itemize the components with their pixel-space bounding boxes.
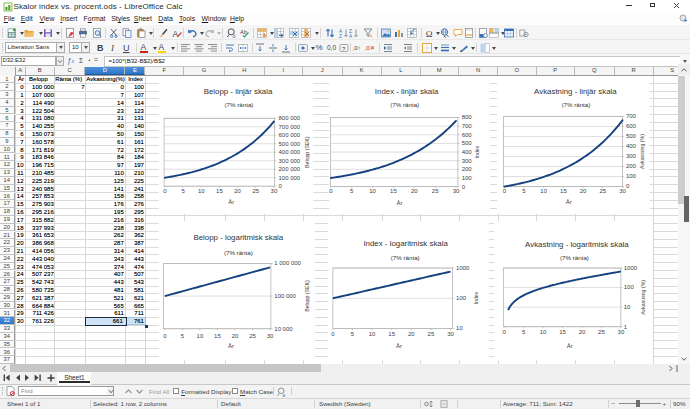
svg-text:700: 700	[626, 113, 637, 119]
svg-text:10: 10	[369, 188, 376, 194]
svg-text:År: År	[228, 343, 234, 349]
svg-text:600: 600	[626, 123, 637, 129]
svg-text:800 000: 800 000	[278, 115, 300, 121]
svg-text:Ω: Ω	[425, 29, 432, 38]
svg-text:400 000: 400 000	[278, 149, 300, 155]
svg-text:500: 500	[626, 133, 637, 139]
svg-text:År: År	[567, 343, 573, 349]
svg-text:100: 100	[626, 173, 637, 179]
svg-text:A: A	[349, 33, 353, 38]
svg-text:15: 15	[214, 333, 221, 339]
svg-text:15: 15	[389, 331, 396, 337]
svg-text:Avkastning (%): Avkastning (%)	[640, 280, 646, 315]
svg-text:(7% ränta): (7% ränta)	[224, 249, 253, 256]
svg-text:1000: 1000	[456, 265, 470, 271]
svg-text:Belopp - logaritmisk skala: Belopp - logaritmisk skala	[193, 233, 283, 242]
svg-text:20: 20	[578, 329, 585, 335]
svg-text:Avkastning - logaritmisk skala: Avkastning - logaritmisk skala	[525, 240, 629, 249]
svg-text:100: 100	[461, 175, 472, 181]
svg-text:25: 25	[598, 329, 605, 335]
svg-text:(7% ränta): (7% ränta)	[224, 101, 253, 108]
svg-text:30: 30	[448, 331, 455, 337]
svg-text:300 000: 300 000	[278, 158, 300, 164]
svg-text:25: 25	[431, 188, 438, 194]
svg-text:1 000 000: 1 000 000	[274, 260, 301, 266]
svg-text:20: 20	[580, 188, 587, 194]
svg-text:200: 200	[461, 166, 472, 172]
svg-text:a: a	[283, 392, 286, 397]
svg-text:Belopp - linjär skala: Belopp - linjär skala	[203, 87, 272, 96]
svg-text:10: 10	[369, 331, 376, 337]
svg-text:Belopp (SEK): Belopp (SEK)	[303, 136, 309, 168]
svg-text:År: År	[396, 200, 402, 206]
svg-text:30: 30	[617, 329, 624, 335]
svg-text:År: År	[566, 199, 572, 205]
svg-text:År: År	[228, 199, 234, 205]
svg-text:10 000: 10 000	[274, 326, 293, 332]
svg-text:Index - linjär skala: Index - linjär skala	[374, 87, 438, 96]
svg-text:10: 10	[624, 304, 631, 310]
svg-text:20: 20	[410, 188, 417, 194]
svg-text:Index: Index	[473, 291, 479, 304]
svg-text:400: 400	[626, 143, 637, 149]
svg-text:500 000: 500 000	[278, 141, 300, 147]
svg-text:100: 100	[624, 285, 635, 291]
svg-text:20: 20	[234, 188, 241, 194]
svg-text:30: 30	[266, 333, 273, 339]
svg-text:600: 600	[461, 132, 472, 138]
svg-text:600 000: 600 000	[278, 132, 300, 138]
svg-text:1000: 1000	[624, 265, 638, 271]
svg-text:(7% ränta): (7% ränta)	[560, 254, 589, 261]
svg-text:30: 30	[452, 188, 459, 194]
svg-text:10: 10	[540, 188, 547, 194]
svg-text:20: 20	[231, 333, 238, 339]
svg-text:Belopp (SEK): Belopp (SEK)	[303, 280, 309, 312]
svg-text:Index: Index	[474, 145, 480, 158]
svg-text:(7% ränta): (7% ränta)	[390, 101, 419, 108]
svg-text:?: ?	[342, 45, 346, 51]
svg-text:200: 200	[626, 163, 637, 169]
svg-text:10: 10	[540, 329, 547, 335]
svg-text:Ab: Ab	[240, 28, 247, 34]
svg-text:20: 20	[408, 331, 415, 337]
svg-text:15: 15	[216, 188, 223, 194]
svg-text:Avkastning (%): Avkastning (%)	[638, 134, 644, 169]
svg-text:25: 25	[249, 333, 256, 339]
svg-text:10: 10	[198, 188, 205, 194]
svg-text:100: 100	[456, 295, 467, 301]
svg-text:Avkastning - linjär skala: Avkastning - linjär skala	[534, 87, 617, 96]
svg-text:15: 15	[560, 188, 567, 194]
svg-text:(7% ränta): (7% ränta)	[391, 254, 420, 261]
svg-text:10: 10	[196, 333, 203, 339]
svg-text:Z: Z	[339, 33, 342, 38]
svg-text:700: 700	[461, 123, 472, 129]
svg-text:10: 10	[456, 325, 463, 331]
svg-text:300: 300	[461, 158, 472, 164]
svg-text:Index - logaritmisk skala: Index - logaritmisk skala	[364, 239, 449, 248]
svg-text:25: 25	[599, 188, 606, 194]
svg-text:d: d	[232, 32, 235, 38]
svg-text:15: 15	[390, 188, 397, 194]
svg-text:400: 400	[461, 149, 472, 155]
svg-text:100 000: 100 000	[274, 293, 296, 299]
svg-text:(7% ränta): (7% ränta)	[561, 102, 590, 109]
svg-text:År: År	[396, 343, 402, 349]
svg-text:30: 30	[619, 188, 626, 194]
svg-text:25: 25	[428, 331, 435, 337]
svg-text:25: 25	[252, 188, 259, 194]
svg-text:200 000: 200 000	[278, 166, 300, 172]
svg-text:30: 30	[270, 188, 277, 194]
svg-text:15: 15	[559, 329, 566, 335]
svg-text:500: 500	[461, 140, 472, 146]
svg-text:100 000: 100 000	[278, 175, 300, 181]
svg-text:300: 300	[626, 153, 637, 159]
svg-text:800: 800	[461, 114, 472, 120]
svg-text:700 000: 700 000	[278, 124, 300, 130]
